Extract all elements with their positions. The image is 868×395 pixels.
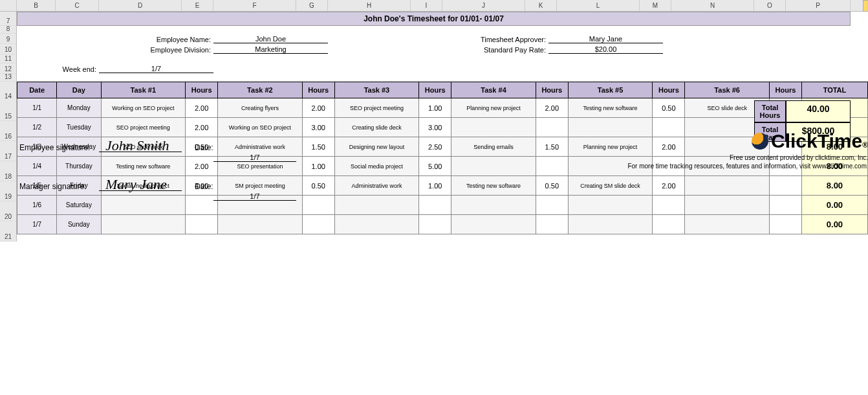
col-header-day: Day — [57, 82, 101, 98]
col-F[interactable]: F — [213, 0, 296, 11]
col-I[interactable]: I — [411, 0, 442, 11]
selected-column-edge — [863, 0, 868, 12]
approver-label: Timesheet Approver: — [442, 36, 548, 43]
manager-signature-label: Manager signature: — [17, 182, 99, 191]
row-12[interactable]: 12 — [0, 63, 17, 74]
timesheet-title: John Doe's Timesheet for 01/01- 01/07 — [17, 12, 851, 26]
row-7[interactable]: 7 — [0, 12, 17, 26]
row-19[interactable]: 19 — [0, 181, 17, 201]
footer-line2: For more time tracking resources, featur… — [17, 163, 868, 172]
col-H[interactable]: H — [328, 0, 411, 11]
employee-name-label: Employee Name: — [17, 36, 213, 43]
col-header-date: Date — [17, 82, 57, 98]
employee-sig-date[interactable]: 1/7 — [213, 153, 296, 162]
cell-t1[interactable] — [101, 215, 186, 234]
cell-date[interactable]: 1/7 — [17, 215, 57, 234]
col-E[interactable]: E — [182, 0, 213, 11]
cell-h4[interactable] — [536, 215, 568, 234]
col-header-hours: Hours — [302, 82, 334, 98]
cell-day[interactable]: Sunday — [57, 215, 101, 234]
table-row: 1/7Sunday0.00 — [17, 215, 868, 234]
row-20[interactable]: 20 — [0, 201, 17, 221]
cell-t6[interactable] — [685, 215, 770, 234]
total-hours-label: Total Hours — [754, 100, 786, 122]
clicktime-logo-icon — [752, 133, 768, 150]
spreadsheet-view: B C D E F G H I J K L M N O P 7 John Doe… — [0, 0, 868, 395]
col-G[interactable]: G — [296, 0, 328, 11]
col-header-hours: Hours — [419, 82, 451, 98]
pay-rate-label: Standard Pay Rate: — [442, 46, 548, 54]
row-10[interactable]: 10 — [0, 44, 17, 54]
col-K[interactable]: K — [525, 0, 557, 11]
col-M[interactable]: M — [640, 0, 671, 11]
col-header-task-1: Task #1 — [101, 82, 186, 98]
employee-name-value[interactable]: John Doe — [213, 35, 328, 43]
col-header-task-3: Task #3 — [334, 82, 419, 98]
clicktime-logo: ClickTime® — [752, 130, 868, 152]
cell-total[interactable]: 0.00 — [801, 215, 867, 234]
cell-h1[interactable] — [186, 215, 218, 234]
cell-h6[interactable] — [769, 215, 801, 234]
row-15[interactable]: 15 — [0, 101, 17, 121]
cell-t2[interactable] — [218, 215, 303, 234]
col-header-task-2: Task #2 — [218, 82, 303, 98]
col-J[interactable]: J — [442, 0, 525, 11]
row-11[interactable]: 11 — [0, 54, 17, 63]
col-P[interactable]: P — [786, 0, 851, 11]
cell-t4[interactable] — [451, 215, 536, 234]
row-18[interactable]: 18 — [0, 161, 17, 181]
col-D[interactable]: D — [99, 0, 182, 11]
column-headers: B C D E F G H I J K L M N O P — [0, 0, 868, 12]
col-header-total: TOTAL — [801, 82, 867, 98]
col-header-task-6: Task #6 — [685, 82, 770, 98]
col-C[interactable]: C — [56, 0, 99, 11]
row-9[interactable]: 9 — [0, 34, 17, 44]
employee-division-value[interactable]: Marketing — [213, 45, 328, 54]
col-header-hours: Hours — [186, 82, 218, 98]
col-B[interactable]: B — [17, 0, 56, 11]
row-17[interactable]: 17 — [0, 141, 17, 161]
row-8[interactable]: 8 — [0, 26, 17, 34]
weekend-label: Week end: — [17, 65, 99, 73]
cell-t3[interactable] — [334, 215, 419, 234]
manager-signature-line[interactable]: Mary Jane — [99, 181, 182, 191]
row-14[interactable]: 14 — [0, 82, 17, 101]
weekend-value[interactable]: 1/7 — [99, 65, 213, 73]
row-16[interactable]: 16 — [0, 121, 17, 141]
col-header-hours: Hours — [536, 82, 568, 98]
employee-signature-line[interactable]: John Smith — [99, 142, 182, 152]
employee-signature-label: Employee signature: — [17, 143, 99, 152]
cell-h3[interactable] — [419, 215, 451, 234]
row-21[interactable]: 21 — [0, 221, 17, 242]
employee-sig-date-label: Date: — [195, 143, 226, 152]
total-hours-value: 40.00 — [786, 100, 851, 122]
col-header-task-4: Task #4 — [451, 82, 536, 98]
table-header-row: DateDayTask #1HoursTask #2HoursTask #3Ho… — [17, 82, 868, 98]
employee-division-label: Employee Division: — [17, 46, 213, 54]
col-header-task-5: Task #5 — [568, 82, 653, 98]
col-header-hours: Hours — [653, 82, 685, 98]
row-13[interactable]: 13 — [0, 74, 17, 82]
pay-rate-value[interactable]: $20.00 — [548, 45, 663, 54]
cell-t5[interactable] — [568, 215, 653, 234]
col-L[interactable]: L — [557, 0, 640, 11]
col-O[interactable]: O — [754, 0, 786, 11]
manager-sig-date[interactable]: 1/7 — [213, 192, 296, 201]
cell-h2[interactable] — [302, 215, 334, 234]
approver-value[interactable]: Mary Jane — [548, 35, 663, 43]
footer-line1: Free use content provided by clicktime.c… — [296, 154, 868, 161]
col-N[interactable]: N — [671, 0, 754, 11]
manager-sig-date-label: Date: — [195, 182, 226, 191]
col-header-hours: Hours — [769, 82, 801, 98]
cell-h5[interactable] — [653, 215, 685, 234]
